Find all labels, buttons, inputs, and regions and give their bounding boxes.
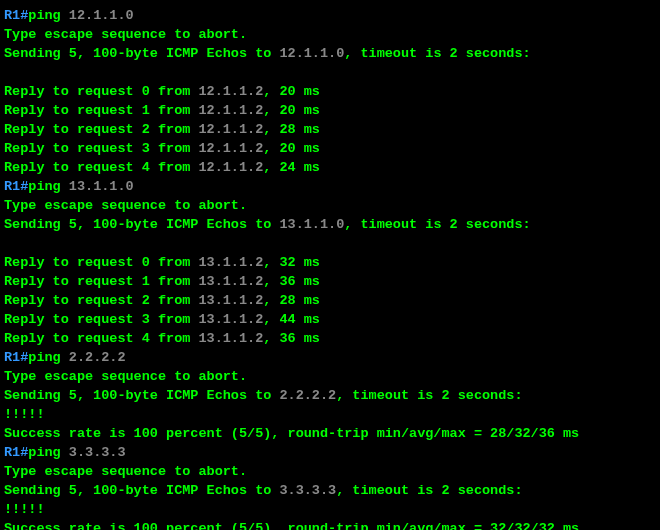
reply-suffix: , 44 ms xyxy=(263,312,320,327)
reply-suffix: , 36 ms xyxy=(263,274,320,289)
success-msg: Success rate is 100 percent (5/5), round… xyxy=(4,521,579,530)
prompt: R1# xyxy=(4,445,28,460)
ping-command: ping xyxy=(28,350,69,365)
send-suffix: , timeout is 2 seconds: xyxy=(344,217,530,232)
ping-command: ping xyxy=(28,8,69,23)
send-prefix: Sending 5, 100-byte ICMP Echos to xyxy=(4,388,279,403)
reply-suffix: , 24 ms xyxy=(263,160,320,175)
reply-from: 12.1.1.2 xyxy=(198,103,263,118)
reply-from: 12.1.1.2 xyxy=(198,122,263,137)
success-msg: Success rate is 100 percent (5/5), round… xyxy=(4,426,579,441)
abort-msg: Type escape sequence to abort. xyxy=(4,464,247,479)
reply-from: 13.1.1.2 xyxy=(198,274,263,289)
ping-target: 12.1.1.0 xyxy=(69,8,134,23)
reply-suffix: , 36 ms xyxy=(263,331,320,346)
ping-target: 3.3.3.3 xyxy=(69,445,126,460)
ping-target: 2.2.2.2 xyxy=(69,350,126,365)
reply-prefix: Reply to request 3 from xyxy=(4,312,198,327)
reply-suffix: , 32 ms xyxy=(263,255,320,270)
ping-bangs: !!!!! xyxy=(4,502,45,517)
send-suffix: , timeout is 2 seconds: xyxy=(344,46,530,61)
reply-prefix: Reply to request 4 from xyxy=(4,160,198,175)
send-prefix: Sending 5, 100-byte ICMP Echos to xyxy=(4,483,279,498)
reply-prefix: Reply to request 4 from xyxy=(4,331,198,346)
terminal-output[interactable]: R1#ping 12.1.1.0 Type escape sequence to… xyxy=(0,0,660,530)
send-suffix: , timeout is 2 seconds: xyxy=(336,483,522,498)
prompt: R1# xyxy=(4,179,28,194)
prompt: R1# xyxy=(4,8,28,23)
abort-msg: Type escape sequence to abort. xyxy=(4,198,247,213)
send-target: 13.1.1.0 xyxy=(279,217,344,232)
reply-from: 12.1.1.2 xyxy=(198,160,263,175)
ping-command: ping xyxy=(28,179,69,194)
send-suffix: , timeout is 2 seconds: xyxy=(336,388,522,403)
reply-prefix: Reply to request 2 from xyxy=(4,293,198,308)
reply-prefix: Reply to request 3 from xyxy=(4,141,198,156)
ping-target: 13.1.1.0 xyxy=(69,179,134,194)
reply-from: 13.1.1.2 xyxy=(198,255,263,270)
reply-from: 12.1.1.2 xyxy=(198,141,263,156)
reply-prefix: Reply to request 1 from xyxy=(4,274,198,289)
send-prefix: Sending 5, 100-byte ICMP Echos to xyxy=(4,46,279,61)
abort-msg: Type escape sequence to abort. xyxy=(4,27,247,42)
reply-prefix: Reply to request 0 from xyxy=(4,255,198,270)
send-target: 3.3.3.3 xyxy=(279,483,336,498)
reply-suffix: , 20 ms xyxy=(263,103,320,118)
prompt: R1# xyxy=(4,350,28,365)
reply-suffix: , 20 ms xyxy=(263,84,320,99)
ping-command: ping xyxy=(28,445,69,460)
reply-prefix: Reply to request 1 from xyxy=(4,103,198,118)
reply-prefix: Reply to request 2 from xyxy=(4,122,198,137)
reply-suffix: , 28 ms xyxy=(263,122,320,137)
reply-prefix: Reply to request 0 from xyxy=(4,84,198,99)
reply-from: 13.1.1.2 xyxy=(198,293,263,308)
reply-suffix: , 20 ms xyxy=(263,141,320,156)
reply-from: 13.1.1.2 xyxy=(198,312,263,327)
reply-from: 12.1.1.2 xyxy=(198,84,263,99)
reply-from: 13.1.1.2 xyxy=(198,331,263,346)
send-target: 12.1.1.0 xyxy=(279,46,344,61)
reply-suffix: , 28 ms xyxy=(263,293,320,308)
send-prefix: Sending 5, 100-byte ICMP Echos to xyxy=(4,217,279,232)
send-target: 2.2.2.2 xyxy=(279,388,336,403)
abort-msg: Type escape sequence to abort. xyxy=(4,369,247,384)
ping-bangs: !!!!! xyxy=(4,407,45,422)
